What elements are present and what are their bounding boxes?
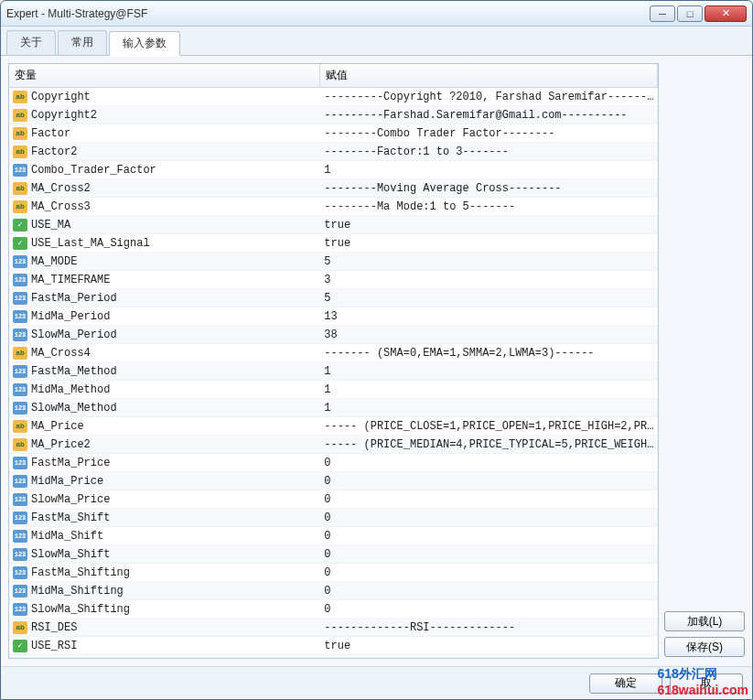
- param-row[interactable]: abMA_Cross4------- (SMA=0,EMA=1,SMMA=2,L…: [9, 344, 658, 362]
- param-value-cell[interactable]: -------------RSI-------------: [320, 619, 658, 636]
- param-row[interactable]: abMA_Cross3--------Ma Mode:1 to 5-------: [9, 198, 658, 216]
- param-value-cell[interactable]: ---------Copyright ?2010, Farshad Saremi…: [320, 89, 658, 105]
- param-value-cell[interactable]: 0: [320, 528, 658, 544]
- param-name-cell[interactable]: 123SlowMa_Period: [9, 327, 320, 343]
- param-value-cell[interactable]: true: [320, 638, 658, 654]
- param-name-cell[interactable]: 123MidMa_Price: [9, 473, 320, 490]
- param-name-cell[interactable]: 123FastMa_Price: [9, 455, 320, 471]
- param-name-cell[interactable]: 123FastMa_Period: [9, 290, 320, 307]
- param-row[interactable]: ✓USE_Last_MA_Signaltrue: [9, 234, 658, 253]
- param-row[interactable]: 123SlowMa_Shifting0: [9, 600, 658, 619]
- param-name-cell[interactable]: ✓USE_RSI: [9, 638, 320, 654]
- param-value-cell[interactable]: 1: [320, 162, 658, 178]
- maximize-button[interactable]: □: [677, 5, 703, 22]
- param-name-cell[interactable]: 123SlowMa_Shifting: [9, 601, 320, 618]
- param-name-cell[interactable]: abFactor: [9, 125, 320, 142]
- param-name-cell[interactable]: abMA_Cross4: [9, 345, 320, 361]
- param-row[interactable]: 123SlowMa_Shift0: [9, 545, 658, 564]
- param-row[interactable]: 123MA_MODE5: [9, 253, 658, 271]
- param-value-cell[interactable]: 1: [320, 363, 658, 380]
- param-name-cell[interactable]: 123FastMa_Shifting: [9, 565, 320, 581]
- param-value-cell[interactable]: 5: [320, 290, 658, 307]
- param-value-cell[interactable]: ----- (PRICE_MEDIAN=4,PRICE_TYPICAL=5,PR…: [320, 436, 658, 453]
- param-name-cell[interactable]: 123MidMa_Method: [9, 382, 320, 398]
- titlebar[interactable]: Expert - Multi-Strategy@FSF ─ □ ✕: [1, 1, 752, 27]
- ok-button[interactable]: 确定: [589, 673, 662, 694]
- param-row[interactable]: ✓USE_MAtrue: [9, 216, 658, 234]
- param-name-cell[interactable]: 123SlowMa_Price: [9, 491, 320, 508]
- param-row[interactable]: 123Combo_Trader_Factor1: [9, 161, 658, 179]
- param-value-cell[interactable]: 13: [320, 308, 658, 325]
- param-name-cell[interactable]: 123SlowMa_Shift: [9, 546, 320, 563]
- param-row[interactable]: 123MidMa_Period13: [9, 307, 658, 326]
- param-name-cell[interactable]: 123MA_TIMEFRAME: [9, 272, 320, 288]
- param-value-cell[interactable]: true: [320, 235, 658, 252]
- param-name-cell[interactable]: 123FastMa_Method: [9, 363, 320, 380]
- param-value-cell[interactable]: ------- (SMA=0,EMA=1,SMMA=2,LWMA=3)-----…: [320, 345, 658, 361]
- param-row[interactable]: abRSI_DES-------------RSI-------------: [9, 619, 658, 637]
- param-row[interactable]: abFactor--------Combo Trader Factor-----…: [9, 124, 658, 143]
- param-value-cell[interactable]: 0: [320, 473, 658, 490]
- param-name-cell[interactable]: 123MidMa_Shifting: [9, 583, 320, 599]
- param-value-cell[interactable]: ---------Farshad.Saremifar@Gmail.com----…: [320, 107, 658, 124]
- param-row[interactable]: 123MidMa_Shifting0: [9, 582, 658, 600]
- param-name-cell[interactable]: ✓USE Last RSI Signal: [9, 656, 320, 659]
- param-value-cell[interactable]: 3: [320, 272, 658, 288]
- param-name-cell[interactable]: abMA_Cross2: [9, 180, 320, 197]
- param-name-cell[interactable]: abFactor2: [9, 144, 320, 160]
- save-button[interactable]: 保存(S): [664, 637, 745, 657]
- param-value-cell[interactable]: ----- (PRICE_CLOSE=1,PRICE_OPEN=1,PRICE_…: [320, 418, 658, 435]
- param-row[interactable]: 123SlowMa_Period38: [9, 326, 658, 344]
- param-value-cell[interactable]: 0: [320, 510, 658, 526]
- param-value-cell[interactable]: --------Combo Trader Factor--------: [320, 125, 658, 142]
- param-value-cell[interactable]: 0: [320, 455, 658, 471]
- close-button[interactable]: ✕: [705, 5, 747, 22]
- param-row[interactable]: 123SlowMa_Method1: [9, 399, 658, 417]
- param-row[interactable]: 123MidMa_Shift0: [9, 527, 658, 545]
- param-value-cell[interactable]: 0: [320, 565, 658, 581]
- param-row[interactable]: 123MA_TIMEFRAME3: [9, 271, 658, 289]
- param-value-cell[interactable]: 0: [320, 546, 658, 563]
- param-value-cell[interactable]: --------Moving Average Cross--------: [320, 180, 658, 197]
- param-name-cell[interactable]: abRSI_DES: [9, 619, 320, 636]
- param-value-cell[interactable]: 0: [320, 491, 658, 508]
- column-header-value[interactable]: 赋值: [320, 64, 658, 87]
- tab-about[interactable]: 关于: [6, 30, 56, 55]
- tab-inputs[interactable]: 输入参数: [109, 31, 180, 56]
- param-row[interactable]: 123FastMa_Method1: [9, 362, 658, 381]
- param-value-cell[interactable]: 0: [320, 601, 658, 618]
- param-name-cell[interactable]: 123MidMa_Period: [9, 308, 320, 325]
- param-row[interactable]: abFactor2--------Factor:1 to 3-------: [9, 143, 658, 161]
- param-name-cell[interactable]: 123SlowMa_Method: [9, 400, 320, 416]
- param-name-cell[interactable]: 123FastMa_Shift: [9, 510, 320, 526]
- param-row[interactable]: abMA_Price2----- (PRICE_MEDIAN=4,PRICE_T…: [9, 436, 658, 454]
- grid-body[interactable]: abCopyright---------Copyright ?2010, Far…: [9, 88, 658, 658]
- load-button[interactable]: 加载(L): [664, 611, 745, 631]
- param-name-cell[interactable]: ✓USE_MA: [9, 217, 320, 233]
- param-name-cell[interactable]: abCopyright2: [9, 107, 320, 124]
- param-value-cell[interactable]: true: [320, 656, 658, 659]
- param-row[interactable]: 123SlowMa_Price0: [9, 490, 658, 509]
- param-row[interactable]: 123FastMa_Period5: [9, 289, 658, 307]
- param-row[interactable]: abMA_Cross2--------Moving Average Cross-…: [9, 179, 658, 198]
- param-value-cell[interactable]: 0: [320, 583, 658, 599]
- param-name-cell[interactable]: 123Combo_Trader_Factor: [9, 162, 320, 178]
- param-row[interactable]: 123FastMa_Shifting0: [9, 564, 658, 582]
- param-name-cell[interactable]: abMA_Price: [9, 418, 320, 435]
- param-row[interactable]: abCopyright2---------Farshad.Saremifar@G…: [9, 106, 658, 124]
- param-name-cell[interactable]: ✓USE_Last_MA_Signal: [9, 235, 320, 252]
- param-row[interactable]: ✓USE_RSItrue: [9, 637, 658, 655]
- cancel-button[interactable]: 取: [670, 673, 743, 694]
- param-value-cell[interactable]: true: [320, 217, 658, 233]
- tab-common[interactable]: 常用: [58, 30, 107, 55]
- param-row[interactable]: 123FastMa_Shift0: [9, 509, 658, 527]
- param-row[interactable]: abMA_Price----- (PRICE_CLOSE=1,PRICE_OPE…: [9, 417, 658, 436]
- param-name-cell[interactable]: abMA_Cross3: [9, 199, 320, 215]
- param-row[interactable]: 123MidMa_Price0: [9, 472, 658, 490]
- param-value-cell[interactable]: 5: [320, 253, 658, 270]
- param-name-cell[interactable]: 123MA_MODE: [9, 253, 320, 270]
- param-row[interactable]: ✓USE Last RSI Signaltrue: [9, 655, 658, 658]
- param-value-cell[interactable]: --------Ma Mode:1 to 5-------: [320, 199, 658, 215]
- param-value-cell[interactable]: 1: [320, 382, 658, 398]
- param-row[interactable]: abCopyright---------Copyright ?2010, Far…: [9, 88, 658, 106]
